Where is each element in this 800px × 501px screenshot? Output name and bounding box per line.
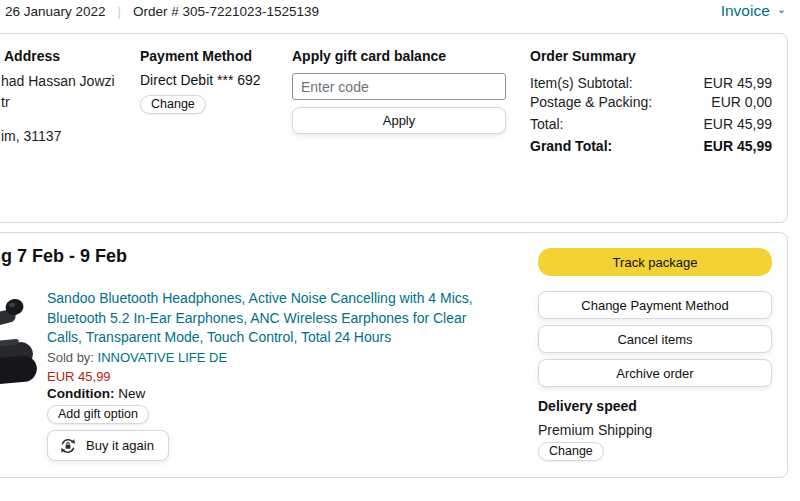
summary-row-total: Total: EUR 45,99 <box>530 115 772 134</box>
chevron-down-icon: ⌄ <box>777 4 786 15</box>
meta-divider: | <box>118 4 121 19</box>
change-delivery-speed-button[interactable]: Change <box>538 442 604 461</box>
gift-card-code-input[interactable] <box>292 73 506 100</box>
summary-row-grand-total: Grand Total: EUR 45,99 <box>530 137 772 156</box>
apply-gift-card-button[interactable]: Apply <box>292 107 506 134</box>
summary-label: Grand Total: <box>530 137 612 156</box>
condition-label: Condition: <box>47 386 114 401</box>
payment-method-value: Direct Debit *** 692 <box>140 72 280 88</box>
product-price: EUR 45,99 <box>47 369 111 384</box>
invoice-dropdown[interactable]: Invoice ⌄ <box>721 2 786 20</box>
delivery-speed-value: Premium Shipping <box>538 422 772 438</box>
payment-method-section: Payment Method Direct Debit *** 692 Chan… <box>140 48 280 114</box>
summary-row-subtotal: Item(s) Subtotal: EUR 45,99 <box>530 74 772 93</box>
order-date: 26 January 2022 <box>5 4 106 19</box>
summary-value: EUR 45,99 <box>704 74 772 93</box>
delivery-speed-title: Delivery speed <box>538 398 772 414</box>
order-details-page: 26 January 2022 | Order # 305-7221023-15… <box>0 0 800 501</box>
seller-link[interactable]: INNOVATIVE LIFE DE <box>98 350 228 365</box>
summary-value: EUR 45,99 <box>704 137 772 156</box>
condition-value: New <box>114 386 145 401</box>
order-actions-column: Track package Change Payment Method Canc… <box>538 248 772 461</box>
order-summary-section: Order Summary Item(s) Subtotal: EUR 45,9… <box>530 48 772 156</box>
gift-card-section: Apply gift card balance Apply <box>292 48 506 134</box>
summary-value: EUR 45,99 <box>704 115 772 134</box>
address-line-spacer <box>1 113 136 126</box>
address-line: im, 31137 <box>1 126 136 147</box>
change-payment-method-button[interactable]: Change Payment Method <box>538 291 772 319</box>
buy-again-icon <box>58 436 78 456</box>
address-title: Address <box>4 48 139 64</box>
gift-card-title: Apply gift card balance <box>292 48 506 64</box>
summary-row-postage: Postage & Packing: EUR 0,00 <box>530 93 772 112</box>
summary-label: Postage & Packing: <box>530 93 652 112</box>
summary-label: Total: <box>530 115 563 134</box>
change-payment-pill-button[interactable]: Change <box>140 95 206 114</box>
address-lines: had Hassan Jowzi tr im, 31137 <box>1 71 136 147</box>
payment-method-title: Payment Method <box>140 48 280 64</box>
cancel-items-button[interactable]: Cancel items <box>538 325 772 353</box>
shipping-address-section: Address had Hassan Jowzi tr im, 31137 <box>4 48 139 147</box>
buy-it-again-button[interactable]: Buy it again <box>47 430 169 461</box>
product-title-link[interactable]: Sandoo Bluetooth Headphones, Active Nois… <box>47 289 499 348</box>
sold-by-label: Sold by: <box>47 350 98 365</box>
track-package-button[interactable]: Track package <box>538 248 772 276</box>
order-summary-rows: Item(s) Subtotal: EUR 45,99 Postage & Pa… <box>530 74 772 156</box>
summary-value: EUR 0,00 <box>711 93 772 112</box>
archive-order-button[interactable]: Archive order <box>538 359 772 387</box>
address-line: tr <box>1 92 136 113</box>
order-meta-bar: 26 January 2022 | Order # 305-7221023-15… <box>5 4 319 19</box>
condition-row: Condition: New <box>47 386 145 401</box>
arrival-date-heading: g 7 Feb - 9 Feb <box>1 246 127 267</box>
invoice-label: Invoice <box>721 2 770 20</box>
buy-again-label: Buy it again <box>86 438 154 453</box>
product-image[interactable] <box>0 292 45 398</box>
address-line: had Hassan Jowzi <box>1 71 136 92</box>
sold-by-row: Sold by: INNOVATIVE LIFE DE <box>47 350 227 365</box>
summary-label: Item(s) Subtotal: <box>530 74 633 93</box>
order-number: Order # 305-7221023-1525139 <box>133 4 319 19</box>
order-summary-title: Order Summary <box>530 48 772 64</box>
add-gift-option-button[interactable]: Add gift option <box>47 405 149 424</box>
